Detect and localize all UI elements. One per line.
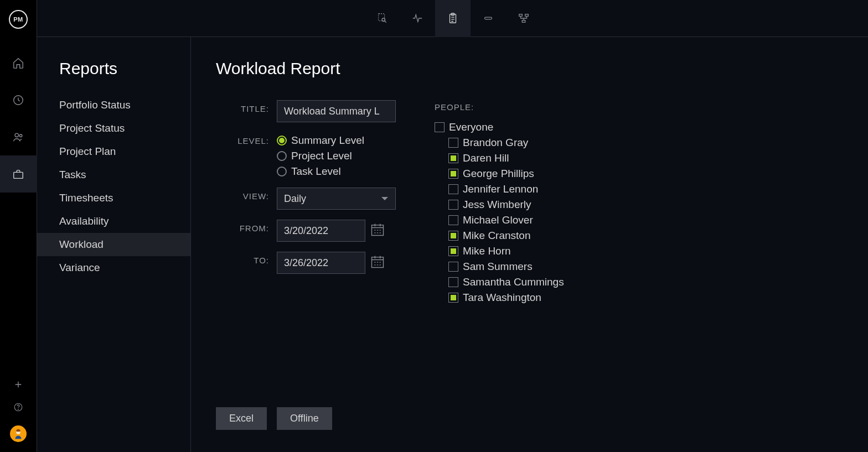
svg-rect-13 (519, 14, 522, 17)
checkbox (448, 262, 458, 272)
svg-point-5 (18, 409, 19, 409)
check-label: Jennifer Lennon (463, 183, 538, 195)
radio-label: Task Level (291, 165, 341, 178)
link-icon[interactable] (471, 0, 506, 37)
calendar-icon[interactable] (370, 254, 385, 272)
check-label: Mike Cranston (463, 230, 531, 242)
check-jess-wimberly[interactable]: Jess Wimberly (435, 197, 564, 212)
app-logo[interactable]: PM (9, 10, 28, 29)
checkbox (448, 169, 458, 179)
help-icon[interactable] (13, 402, 23, 414)
svg-rect-8 (378, 14, 384, 21)
to-input[interactable] (277, 252, 365, 274)
reports-sidebar: Reports Portfolio StatusProject StatusPr… (37, 37, 191, 452)
checkbox (448, 231, 458, 241)
check-label: Mike Horn (463, 245, 511, 257)
svg-point-1 (15, 133, 18, 137)
check-tara-washington[interactable]: Tara Washington (435, 290, 564, 305)
checkbox (448, 153, 458, 163)
radio-summary-level[interactable]: Summary Level (277, 134, 364, 147)
check-jennifer-lennon[interactable]: Jennifer Lennon (435, 181, 564, 197)
people-icon[interactable] (0, 118, 37, 155)
clock-icon[interactable] (0, 81, 37, 118)
check-label: Sam Summers (463, 261, 533, 273)
from-label: FROM: (216, 220, 277, 233)
check-michael-glover[interactable]: Michael Glover (435, 212, 564, 228)
check-daren-hill[interactable]: Daren Hill (435, 150, 564, 166)
title-label: TITLE: (216, 100, 277, 113)
briefcase-icon[interactable] (0, 155, 37, 193)
checkbox (435, 122, 445, 132)
checkbox (448, 200, 458, 210)
sidebar-item-variance[interactable]: Variance (37, 256, 190, 279)
check-label: Daren Hill (463, 152, 509, 164)
sidebar-item-timesheets[interactable]: Timesheets (37, 186, 190, 210)
checkbox (448, 184, 458, 194)
add-icon[interactable] (14, 380, 23, 391)
from-input[interactable] (277, 220, 365, 242)
check-sam-summers[interactable]: Sam Summers (435, 259, 564, 274)
sidebar-item-portfolio-status[interactable]: Portfolio Status (37, 93, 190, 117)
check-mike-cranston[interactable]: Mike Cranston (435, 228, 564, 243)
sidebar-item-project-status[interactable]: Project Status (37, 117, 190, 140)
radio-label: Project Level (291, 150, 352, 162)
checkbox (448, 215, 458, 225)
clipboard-icon[interactable] (435, 0, 471, 37)
radio-task-level[interactable]: Task Level (277, 165, 364, 178)
svg-rect-15 (522, 20, 525, 23)
excel-button[interactable]: Excel (216, 407, 267, 430)
radio-circle (277, 136, 287, 146)
calendar-icon[interactable] (370, 222, 385, 240)
home-icon[interactable] (0, 44, 37, 81)
check-george-phillips[interactable]: George Phillips (435, 166, 564, 181)
check-mike-horn[interactable]: Mike Horn (435, 243, 564, 259)
svg-rect-3 (14, 172, 23, 178)
check-everyone[interactable]: Everyone (435, 120, 564, 135)
radio-label: Summary Level (291, 134, 364, 147)
sidebar-title: Reports (37, 59, 190, 93)
offline-button[interactable]: Offline (277, 407, 332, 430)
svg-rect-14 (525, 14, 528, 17)
activity-icon[interactable] (400, 0, 435, 37)
check-samantha-cummings[interactable]: Samantha Cummings (435, 274, 564, 290)
sidebar-item-availability[interactable]: Availability (37, 210, 190, 233)
people-label: PEOPLE: (435, 102, 564, 112)
sidebar-item-workload[interactable]: Workload (37, 233, 190, 256)
svg-rect-12 (484, 17, 492, 19)
check-label: Tara Washington (463, 292, 541, 304)
view-label: VIEW: (216, 188, 277, 201)
checkbox (448, 277, 458, 287)
radio-circle (277, 167, 287, 176)
title-input[interactable] (277, 100, 396, 122)
checkbox (448, 246, 458, 256)
check-label: Everyone (449, 121, 493, 133)
search-doc-icon[interactable] (364, 0, 400, 37)
flow-icon[interactable] (506, 0, 541, 37)
check-label: Michael Glover (463, 214, 533, 226)
left-rail: PM (0, 0, 37, 452)
check-label: Jess Wimberly (463, 199, 531, 211)
check-label: Brandon Gray (463, 137, 528, 149)
check-brandon-gray[interactable]: Brandon Gray (435, 135, 564, 150)
report-panel: Workload Report TITLE: LEVEL: Summary Le… (191, 37, 868, 452)
radio-project-level[interactable]: Project Level (277, 150, 364, 162)
view-select[interactable]: Daily (277, 188, 396, 210)
panel-title: Workload Report (216, 59, 843, 78)
sidebar-item-project-plan[interactable]: Project Plan (37, 140, 190, 163)
user-avatar[interactable] (10, 425, 27, 442)
checkbox (448, 293, 458, 303)
level-label: LEVEL: (216, 132, 277, 146)
to-label: TO: (216, 252, 277, 265)
sidebar-item-tasks[interactable]: Tasks (37, 163, 190, 186)
svg-point-2 (19, 134, 22, 137)
checkbox (448, 138, 458, 148)
check-label: Samantha Cummings (463, 276, 564, 288)
check-label: George Phillips (463, 168, 534, 180)
top-toolbar (37, 0, 868, 37)
radio-circle (277, 151, 287, 161)
